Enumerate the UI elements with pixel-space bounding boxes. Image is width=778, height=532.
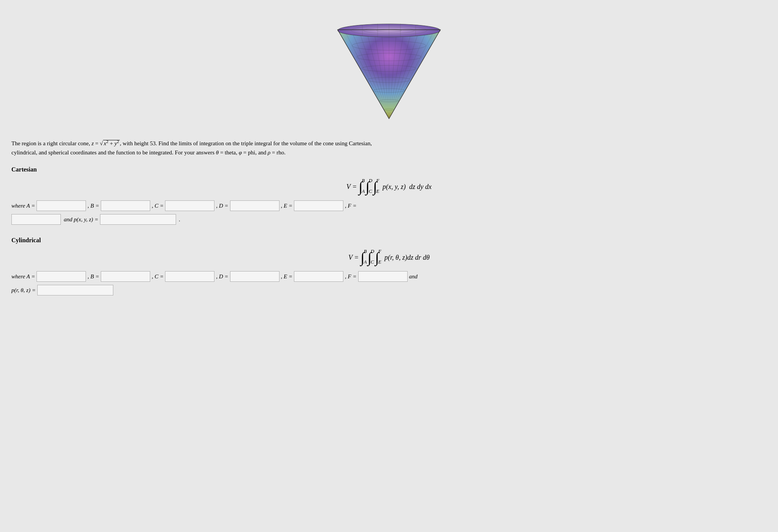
cartesian-input-f[interactable]: [11, 214, 61, 225]
cyl-where-a-label: where A =: [11, 273, 35, 280]
cylindrical-input-d[interactable]: [230, 271, 279, 282]
cylindrical-input-e[interactable]: [294, 271, 343, 282]
cylindrical-input-a[interactable]: [37, 271, 86, 282]
cyl-p-label: p(r, θ, z) =: [11, 287, 36, 294]
cartesian-e-label: , E =: [281, 203, 293, 209]
bounds1: B A: [362, 178, 365, 194]
cartesian-formula: V = ∫ B A ∫ D C ∫ F E p(x, y, z) dz dy d…: [11, 179, 767, 194]
cartesian-input-e[interactable]: [294, 200, 343, 211]
cartesian-input-c[interactable]: [165, 200, 214, 211]
cartesian-input-a[interactable]: [37, 200, 86, 211]
cyl-bounds2: D C: [371, 248, 374, 265]
cartesian-inputs-row1: where A = , B = , C = , D = , E = , F =: [11, 200, 767, 211]
cyl-bounds3: F E: [378, 248, 381, 265]
cyl-d-label: , D =: [216, 273, 228, 280]
cyl-c-label: , C =: [152, 273, 164, 280]
cartesian-and-p-label: and p(x, y, z) =: [62, 216, 98, 223]
cartesian-inputs-row2: and p(x, y, z) = .: [11, 214, 767, 225]
cylindrical-input-b[interactable]: [101, 271, 150, 282]
cylindrical-inputs-row1: where A = , B = , C = , D = , E = , F = …: [11, 271, 767, 282]
cartesian-input-d[interactable]: [230, 200, 279, 211]
cone-3d-icon: [328, 8, 450, 129]
cyl-formula-integrand: p(r, θ, z)dz dr dθ: [384, 254, 430, 262]
cylindrical-section: Cylindrical V = ∫ B A ∫ D C ∫ F E p(r, θ…: [11, 237, 767, 295]
cartesian-input-p[interactable]: [100, 214, 176, 225]
cartesian-f-label: , F =: [345, 203, 357, 209]
cartesian-dot: .: [178, 216, 181, 223]
cylindrical-input-c[interactable]: [165, 271, 214, 282]
cartesian-c-label: , C =: [152, 203, 164, 209]
cylindrical-input-f[interactable]: [358, 271, 408, 282]
formula-integrand-cartesian: p(x, y, z) dz dy dx: [383, 183, 432, 191]
cyl-b-label: , B =: [87, 273, 99, 280]
cartesian-input-b[interactable]: [101, 200, 150, 211]
cartesian-title: Cartesian: [11, 166, 767, 173]
cylindrical-formula: V = ∫ B A ∫ D C ∫ F E p(r, θ, z)dz dr dθ: [11, 250, 767, 265]
cartesian-b-label: , B =: [87, 203, 99, 209]
bounds3: F E: [376, 178, 379, 194]
formula-v-equals: V =: [346, 183, 357, 191]
cartesian-section: Cartesian V = ∫ B A ∫ D C ∫ F E p(x, y, …: [11, 166, 767, 225]
cyl-bounds1: B A: [364, 248, 367, 265]
cyl-formula-v-equals: V =: [348, 254, 359, 262]
cartesian-where-a-label: where A =: [11, 203, 35, 209]
cyl-f-label: , F =: [345, 273, 357, 280]
bounds2: D C: [369, 178, 372, 194]
cylindrical-input-p[interactable]: [37, 285, 113, 295]
cylindrical-title: Cylindrical: [11, 237, 767, 244]
cyl-e-label: , E =: [281, 273, 293, 280]
cartesian-d-label: , D =: [216, 203, 228, 209]
cylindrical-inputs-row2: p(r, θ, z) =: [11, 285, 767, 295]
cyl-and-label: and: [409, 273, 418, 280]
cone-image-container: [11, 8, 767, 129]
problem-description: The region is a right circular cone, z =…: [11, 138, 392, 157]
